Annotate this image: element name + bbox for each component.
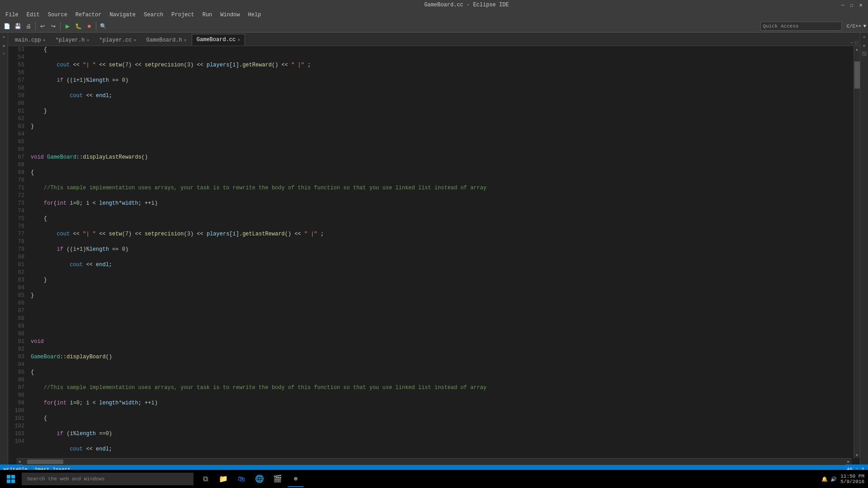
tab-main-cpp-close[interactable]: ✕ (43, 38, 46, 43)
new-button[interactable]: 📄 (2, 21, 12, 31)
bottom-scrollbar: ◀ ▶ (16, 458, 852, 465)
tab-player-h-label: *player.h (56, 37, 85, 43)
tab-gameboard-h-close[interactable]: ✕ (184, 38, 187, 43)
scroll-track[interactable] (854, 52, 860, 452)
title-bar-title: GameBoard.cc - Eclipse IDE (94, 2, 839, 8)
toolbar-sep-1 (35, 22, 36, 30)
taskbar-media[interactable]: 🎬 (269, 471, 286, 487)
system-tray-icons: 🔔 🔊 (821, 476, 837, 482)
tab-gameboard-h-label: GameBoard.h (146, 37, 182, 43)
tab-main-cpp[interactable]: main.cpp ✕ (10, 34, 51, 46)
undo-button[interactable]: ↩ (38, 21, 47, 31)
tab-minimize-icon[interactable]: − (850, 40, 854, 46)
stop-button[interactable]: ■ (84, 21, 94, 31)
sidebar-icon-3[interactable]: ⚡ (1, 51, 7, 57)
right-icon-1[interactable]: ≡ (861, 34, 868, 41)
close-button[interactable]: ✕ (857, 1, 864, 9)
toolbar: 📄 💾 🖨 ↩ ↪ ▶ 🐛 ■ 🔍 Quick Access C/C++ ▼ (0, 20, 868, 33)
taskbar-eclipse[interactable]: ⊕ (288, 471, 304, 487)
eclipse-icon: ⊕ (294, 475, 297, 483)
tab-maximize-icon[interactable]: □ (855, 40, 858, 46)
store-icon: 🛍 (238, 475, 245, 483)
menu-source[interactable]: Source (44, 11, 71, 19)
quick-access-box[interactable]: Quick Access (760, 22, 842, 31)
menu-help[interactable]: Help (245, 11, 265, 19)
tab-main-cpp-label: main.cpp (15, 37, 41, 43)
taskbar-items: ⧉ 📁 🛍 🌐 🎬 ⊕ (197, 471, 304, 487)
maximize-button[interactable]: □ (848, 1, 855, 9)
scroll-thumb[interactable] (854, 61, 860, 89)
main-layout: ≡ ◈ ⚡ main.cpp ✕ *player.h ✕ *player.cc … (0, 33, 868, 465)
tab-player-cc-label: *player.cc (99, 37, 132, 43)
windows-icon (7, 475, 15, 483)
hscroll-thumb[interactable] (27, 460, 63, 464)
title-bar: GameBoard.cc - Eclipse IDE ─ □ ✕ (0, 0, 868, 10)
tab-gameboard-cc-label: GameBoard.cc (197, 37, 236, 43)
media-icon: 🎬 (273, 474, 282, 483)
taskbar-store[interactable]: 🛍 (233, 471, 250, 487)
svg-rect-3 (11, 479, 15, 483)
debug-button[interactable]: 🐛 (73, 21, 83, 31)
scroll-down-button[interactable]: ▼ (854, 452, 860, 458)
right-icon-2[interactable]: ⚙ (861, 42, 868, 49)
menu-project[interactable]: Project (168, 11, 198, 19)
chrome-icon: 🌐 (255, 474, 264, 483)
task-view-icon: ⧉ (203, 475, 208, 483)
menu-window[interactable]: Window (217, 11, 243, 19)
menu-run[interactable]: Run (199, 11, 216, 19)
menu-edit[interactable]: Edit (23, 11, 43, 19)
taskbar-search-box[interactable]: Search the web and Windows (22, 473, 193, 485)
search-toolbar-button[interactable]: 🔍 (98, 21, 108, 31)
menu-refactor[interactable]: Refactor (72, 11, 105, 19)
taskbar-task-view[interactable]: ⧉ (197, 471, 213, 487)
print-button[interactable]: 🖨 (24, 21, 33, 31)
line-numbers: 5354555657 5859606162 6364656667 6869707… (8, 46, 27, 458)
code-content[interactable]: { cout << "| " << setw(7) << setprecisio… (27, 46, 854, 458)
tab-player-cc-close[interactable]: ✕ (134, 38, 137, 43)
right-icon-3[interactable]: ⬛ (861, 51, 868, 57)
taskbar-time: 11:50 PM (840, 474, 864, 479)
redo-button[interactable]: ↪ (48, 21, 58, 31)
sidebar-icon-1[interactable]: ≡ (1, 34, 7, 41)
hscroll-left-button[interactable]: ◀ (16, 459, 23, 465)
tab-gameboard-cc[interactable]: GameBoard.cc ✕ (192, 34, 245, 46)
tab-area: main.cpp ✕ *player.h ✕ *player.cc ✕ Game… (8, 33, 860, 465)
tab-player-cc[interactable]: *player.cc ✕ (94, 34, 141, 46)
svg-rect-0 (7, 475, 10, 479)
title-bar-controls: ─ □ ✕ (839, 1, 864, 9)
right-scrollbar: ▲ ▼ (854, 46, 860, 458)
taskbar-chrome[interactable]: 🌐 (251, 471, 268, 487)
right-panel: ≡ ⚙ ⬛ (860, 33, 868, 465)
taskbar: Search the web and Windows ⧉ 📁 🛍 🌐 🎬 ⊕ 🔔… (0, 470, 868, 488)
hscroll-right-button[interactable]: ▶ (845, 459, 852, 465)
minimize-button[interactable]: ─ (839, 1, 846, 9)
hscroll-track[interactable] (23, 459, 845, 465)
editor: 5354555657 5859606162 6364656667 6869707… (8, 46, 860, 458)
taskbar-clock: 11:50 PM 5/9/2016 (840, 474, 864, 484)
tab-player-h[interactable]: *player.h ✕ (51, 34, 94, 46)
run-button[interactable]: ▶ (62, 21, 72, 31)
save-button[interactable]: 💾 (13, 21, 23, 31)
tab-gameboard-cc-close[interactable]: ✕ (237, 37, 240, 42)
start-button[interactable] (4, 472, 18, 486)
sidebar-icon-2[interactable]: ◈ (1, 42, 7, 49)
quick-access-label: Quick Access (763, 23, 798, 29)
taskbar-right: 🔔 🔊 11:50 PM 5/9/2016 (821, 474, 864, 484)
scroll-up-button[interactable]: ▲ (854, 46, 860, 52)
svg-rect-2 (7, 479, 10, 483)
tab-bar: main.cpp ✕ *player.h ✕ *player.cc ✕ Game… (8, 33, 860, 46)
toolbar-sep-3 (96, 22, 96, 30)
menu-file[interactable]: File (2, 11, 22, 19)
file-explorer-icon: 📁 (219, 474, 228, 483)
tab-player-h-close[interactable]: ✕ (86, 38, 89, 43)
left-sidebar: ≡ ◈ ⚡ (0, 33, 8, 465)
taskbar-file-explorer[interactable]: 📁 (215, 471, 231, 487)
taskbar-date: 5/9/2016 (840, 479, 864, 484)
cpp-context: C/C++ ▼ (846, 23, 866, 29)
toolbar-sep-2 (60, 22, 61, 30)
svg-rect-1 (11, 475, 15, 479)
tab-gameboard-h[interactable]: GameBoard.h ✕ (142, 34, 192, 46)
menu-bar: File Edit Source Refactor Navigate Searc… (0, 10, 868, 20)
menu-search[interactable]: Search (140, 11, 167, 19)
menu-navigate[interactable]: Navigate (106, 11, 139, 19)
